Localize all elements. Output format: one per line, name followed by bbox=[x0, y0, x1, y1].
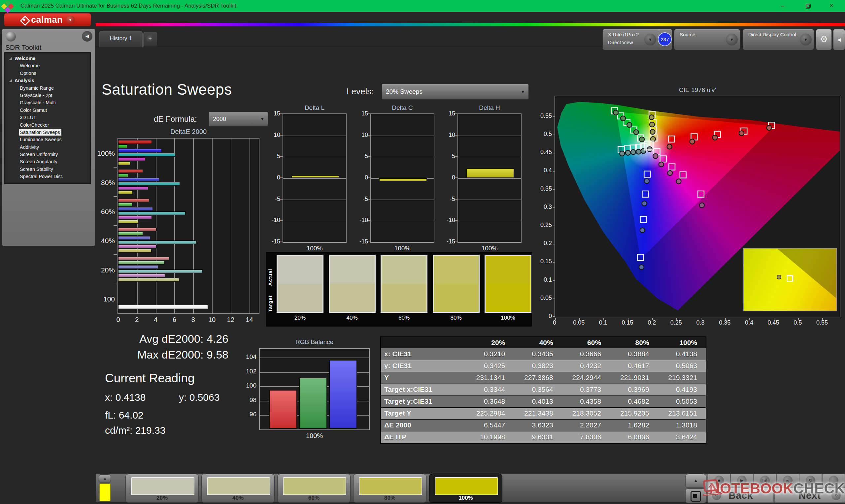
stop-button[interactable]: ■ bbox=[708, 474, 730, 487]
sidebar-item-welcome[interactable]: Welcome bbox=[5, 55, 90, 62]
sidebar-item-color-gamut[interactable]: Color Gamut bbox=[5, 107, 90, 114]
axis-tick-label: 4 bbox=[146, 316, 166, 324]
controls-expand-button[interactable]: ▲ bbox=[685, 474, 706, 488]
swatch-column-40%: 40% bbox=[329, 255, 376, 321]
minimize-button[interactable]: – bbox=[774, 0, 791, 12]
table-row: Target x:CIE310.33440.35640.37730.39690.… bbox=[381, 384, 706, 395]
sidebar-item-saturation-sweeps[interactable]: Saturation Sweeps bbox=[5, 129, 90, 136]
delta-h-chart: Delta H151050-5-10-15100% bbox=[457, 113, 522, 243]
mini-chart-bar bbox=[291, 176, 339, 178]
sidebar-collapse-button[interactable]: ◀ bbox=[82, 31, 92, 41]
sidebar-item-label: Grayscale - 2pt bbox=[5, 93, 52, 98]
calman-logo-text: calman bbox=[31, 15, 63, 25]
meter-dropdown[interactable]: X-Rite i1Pro 2 Direct View ▼ 237 bbox=[602, 29, 672, 50]
measured-marker bbox=[631, 150, 636, 155]
deltae-bar-80%-red bbox=[118, 169, 143, 173]
sidebar-item-options[interactable]: Options bbox=[5, 70, 90, 77]
measured-marker bbox=[712, 135, 717, 140]
chevron-left-icon: ◀ bbox=[838, 37, 841, 42]
panel-collapse-button[interactable]: ◀ bbox=[833, 29, 845, 50]
pattern-button-40%[interactable]: 40% bbox=[201, 474, 275, 503]
gridline bbox=[249, 139, 250, 313]
pattern-panel-expand-button[interactable]: ▲ bbox=[99, 474, 111, 483]
sidebar-item-grayscale-2pt[interactable]: Grayscale - 2pt bbox=[5, 92, 90, 99]
next-button[interactable]: Next » bbox=[774, 488, 845, 503]
calman-menu-button[interactable]: calman ▼ bbox=[4, 13, 91, 26]
stop-icon: ■ bbox=[714, 475, 724, 485]
sidebar-item-colorchecker[interactable]: ColorChecker bbox=[5, 121, 90, 129]
pattern-button-20%[interactable]: 20% bbox=[125, 474, 199, 503]
back-button[interactable]: « Back bbox=[708, 488, 774, 503]
axis-tick-label: 0.1 bbox=[529, 276, 552, 283]
deltae-bar-40%-magenta bbox=[118, 245, 156, 248]
sidebar-item-analysis[interactable]: Analysis bbox=[5, 77, 90, 84]
de-formula-select[interactable]: 2000 ▼ bbox=[209, 111, 268, 127]
sidebar-item-dynamic-range[interactable]: Dynamic Range bbox=[5, 85, 90, 92]
play-button[interactable]: ▶ bbox=[730, 474, 753, 487]
pattern-button-60%[interactable]: 60% bbox=[277, 474, 351, 503]
restore-button[interactable] bbox=[799, 0, 816, 12]
table-column-header: 100% bbox=[658, 337, 706, 348]
table-cell: 1.6282 bbox=[610, 419, 657, 431]
deltae-bar-100%-red bbox=[118, 140, 152, 144]
actual-swatch bbox=[486, 256, 530, 284]
gridline bbox=[156, 139, 156, 313]
window-pattern-button[interactable] bbox=[685, 488, 706, 503]
sidebar-item-welcome[interactable]: Welcome bbox=[5, 62, 90, 69]
display-control-dropdown[interactable]: Direct Display Control ▼ bbox=[743, 29, 814, 50]
axis-tick-label: -10 bbox=[353, 217, 368, 223]
target-marker bbox=[660, 156, 666, 162]
target-swatch bbox=[434, 284, 479, 312]
deltae-chart-title: DeltaE 2000 bbox=[118, 128, 260, 136]
extra-button[interactable] bbox=[822, 474, 845, 487]
target-swatch bbox=[278, 284, 322, 312]
axis-tick-label: 0.55 bbox=[529, 112, 552, 120]
measured-marker bbox=[634, 130, 639, 134]
pattern-button-100%[interactable]: 100% bbox=[429, 474, 503, 503]
loop-button[interactable]: ∞ bbox=[776, 474, 799, 487]
pattern-button-80%[interactable]: 80% bbox=[353, 474, 426, 503]
table-cell: 0.4193 bbox=[658, 384, 706, 395]
source-label: Source bbox=[680, 32, 696, 37]
tree-expand-icon[interactable] bbox=[9, 57, 12, 60]
target-swatch bbox=[382, 284, 426, 312]
chevron-down-icon: ▼ bbox=[66, 16, 75, 24]
refresh-button[interactable]: ↻ bbox=[799, 474, 822, 487]
sidebar-item-grayscale-multi[interactable]: Grayscale - Multi bbox=[5, 99, 90, 106]
cie-ylabels: 00.050.10.150.20.250.30.350.40.450.50.55 bbox=[529, 96, 552, 317]
axis-tick-label: 8 bbox=[183, 316, 203, 324]
table-cell: 0.3666 bbox=[562, 348, 610, 360]
source-dropdown[interactable]: Source ▼ bbox=[674, 29, 740, 50]
gridline bbox=[174, 139, 175, 313]
axis-tick-label: 0.2 bbox=[640, 319, 664, 326]
quick-pattern-swatch[interactable] bbox=[99, 484, 110, 501]
rainbow-divider bbox=[96, 23, 845, 26]
levels-value: 20% Sweeps bbox=[386, 84, 423, 99]
add-tab-button[interactable]: + bbox=[143, 32, 157, 47]
table-cell: 0.4358 bbox=[562, 396, 610, 407]
table-cell: 218.3052 bbox=[562, 408, 610, 419]
user-levels-button[interactable]: [u] bbox=[754, 474, 776, 487]
deltae-bar-60%-yellow bbox=[118, 220, 138, 223]
table-cell: 231.1341 bbox=[466, 372, 514, 384]
tab-history-1[interactable]: History 1 bbox=[99, 31, 143, 47]
deltae-group-label: 60% bbox=[76, 208, 115, 216]
axis-tick-label: 0 bbox=[529, 313, 552, 320]
axis-tick-label: 0.35 bbox=[713, 319, 736, 326]
levels-select[interactable]: 20% Sweeps ▼ bbox=[382, 84, 529, 100]
cie-chart-title: CIE 1976 u'v' bbox=[554, 86, 840, 94]
axis-tick-label: 10 bbox=[440, 132, 455, 139]
target-marker bbox=[640, 216, 647, 223]
sidebar-item-3d-lut[interactable]: 3D LUT bbox=[5, 114, 90, 121]
close-button[interactable]: × bbox=[823, 0, 840, 12]
meter-count-badge[interactable]: 237 bbox=[658, 32, 672, 46]
tree-expand-icon[interactable] bbox=[9, 79, 12, 82]
mini-chart-title: Delta H bbox=[457, 104, 522, 111]
settings-button[interactable]: ⚙ bbox=[816, 29, 832, 50]
table-row-label: Target y:CIE31 bbox=[381, 396, 466, 407]
axis-tick-label: -10 bbox=[440, 217, 455, 223]
pattern-label: 40% bbox=[202, 495, 274, 501]
deltae-bar-80%-yellow bbox=[118, 191, 133, 194]
axis-tick-label: 0.25 bbox=[529, 222, 552, 229]
axis-tick-label: -5 bbox=[440, 196, 455, 202]
